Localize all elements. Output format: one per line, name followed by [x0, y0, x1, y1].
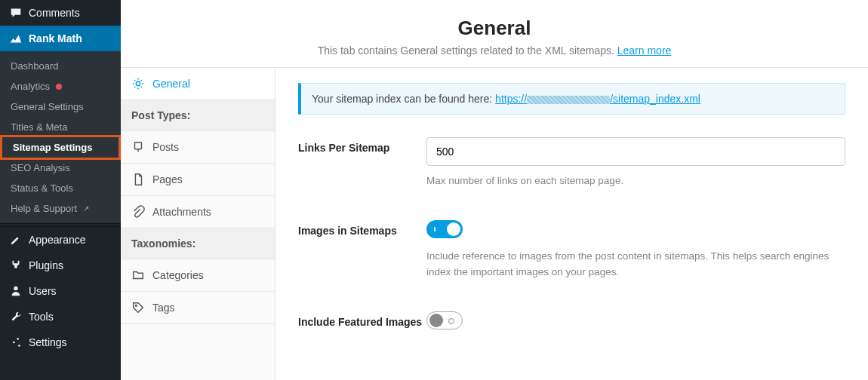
- submenu-label: Analytics: [11, 81, 50, 92]
- tab-label: General: [152, 78, 190, 90]
- links-per-sitemap-input[interactable]: [426, 137, 845, 166]
- submenu-general-settings[interactable]: General Settings: [0, 97, 121, 117]
- settings-form: Your sitemap index can be found here: ht…: [275, 68, 868, 380]
- page-title: General: [136, 17, 853, 40]
- submenu-titles-meta[interactable]: Titles & Meta: [0, 117, 121, 137]
- control-links-per-sitemap: Max number of links on each sitemap page…: [426, 137, 845, 188]
- content-wrap: General Post Types: Posts Pages Attachme…: [121, 68, 868, 380]
- images-in-sitemaps-toggle[interactable]: [426, 220, 463, 238]
- comment-icon: [9, 6, 23, 20]
- page-icon: [131, 173, 145, 186]
- plugin-icon: [9, 259, 23, 272]
- control-images-in-sitemaps: Include reference to images from the pos…: [426, 220, 845, 280]
- redacted-domain: [527, 96, 610, 104]
- url-scheme: https://: [495, 93, 527, 105]
- tab-label: Pages: [152, 173, 183, 185]
- group-taxonomies: Taxonomies:: [121, 228, 275, 259]
- menu-label: Appearance: [29, 234, 86, 246]
- row-include-featured: Include Featured Images: [298, 311, 845, 332]
- submenu-label: Help & Support: [11, 203, 77, 214]
- svg-point-3: [18, 345, 20, 347]
- rankmath-submenu: Dashboard Analytics General Settings Tit…: [0, 51, 121, 223]
- main-content: General This tab contains General settin…: [121, 0, 868, 380]
- settings-tabs: General Post Types: Posts Pages Attachme…: [121, 68, 275, 380]
- sliders-icon: [9, 336, 23, 349]
- svg-point-0: [14, 287, 17, 290]
- submenu-analytics[interactable]: Analytics: [0, 76, 121, 97]
- tab-label: Attachments: [152, 206, 211, 218]
- help-links-per-sitemap: Max number of links on each sitemap page…: [426, 173, 845, 188]
- menu-rankmath[interactable]: Rank Math: [0, 26, 121, 51]
- sitemap-notice: Your sitemap index can be found here: ht…: [298, 83, 845, 115]
- rankmath-icon: [9, 32, 23, 45]
- menu-label: Settings: [29, 336, 67, 348]
- gear-icon: [131, 77, 145, 90]
- notice-text: Your sitemap index can be found here:: [312, 93, 495, 105]
- label-include-featured: Include Featured Images: [298, 311, 426, 332]
- tab-general[interactable]: General: [121, 68, 275, 100]
- learn-more-link[interactable]: Learn more: [617, 44, 672, 57]
- menu-plugins[interactable]: Plugins: [0, 253, 121, 278]
- notification-dot-icon: [56, 84, 62, 90]
- menu-label: Comments: [29, 7, 80, 19]
- menu-comments[interactable]: Comments: [0, 0, 121, 26]
- brush-icon: [9, 233, 23, 247]
- menu-settings[interactable]: Settings: [0, 329, 121, 355]
- wrench-icon: [9, 310, 23, 323]
- menu-tools[interactable]: Tools: [0, 304, 121, 329]
- subtitle-text: This tab contains General settings relat…: [318, 44, 617, 57]
- wp-admin-sidebar: Comments Rank Math Dashboard Analytics G…: [0, 0, 121, 380]
- menu-label: Rank Math: [29, 32, 82, 44]
- help-images-in-sitemaps: Include reference to images from the pos…: [426, 249, 845, 280]
- submenu-help-support[interactable]: Help & Support ↗: [0, 198, 121, 219]
- group-post-types: Post Types:: [121, 100, 275, 131]
- tab-label: Posts: [152, 141, 179, 153]
- row-images-in-sitemaps: Images in Sitemaps Include reference to …: [298, 220, 845, 280]
- menu-label: Plugins: [29, 259, 63, 271]
- pin-icon: [131, 140, 145, 154]
- tab-label: Tags: [152, 302, 175, 314]
- page-subtitle: This tab contains General settings relat…: [136, 44, 853, 57]
- row-links-per-sitemap: Links Per Sitemap Max number of links on…: [298, 137, 845, 188]
- control-include-featured: [426, 311, 845, 332]
- tab-categories[interactable]: Categories: [121, 259, 275, 292]
- menu-users[interactable]: Users: [0, 278, 121, 304]
- svg-rect-5: [135, 142, 142, 149]
- attachment-icon: [131, 205, 145, 219]
- svg-point-6: [135, 305, 137, 306]
- submenu-dashboard[interactable]: Dashboard: [0, 56, 121, 76]
- external-link-icon: ↗: [83, 204, 89, 213]
- svg-point-1: [17, 338, 19, 340]
- submenu-status-tools[interactable]: Status & Tools: [0, 178, 121, 198]
- menu-appearance[interactable]: Appearance: [0, 227, 121, 253]
- submenu-sitemap-settings[interactable]: Sitemap Settings: [0, 135, 121, 160]
- folder-icon: [131, 268, 145, 282]
- label-images-in-sitemaps: Images in Sitemaps: [298, 220, 426, 280]
- page-header: General This tab contains General settin…: [121, 0, 868, 68]
- user-icon: [9, 284, 23, 298]
- svg-point-4: [136, 81, 140, 85]
- url-path: /sitemap_index.xml: [610, 93, 700, 105]
- tab-pages[interactable]: Pages: [121, 164, 275, 196]
- tag-icon: [131, 301, 145, 314]
- tab-attachments[interactable]: Attachments: [121, 196, 275, 228]
- tab-label: Categories: [152, 269, 204, 281]
- submenu-seo-analysis[interactable]: SEO Analysis: [0, 158, 121, 178]
- sitemap-url-link[interactable]: https:///sitemap_index.xml: [495, 93, 700, 105]
- tab-tags[interactable]: Tags: [121, 292, 275, 324]
- menu-label: Tools: [29, 311, 54, 323]
- svg-point-2: [13, 342, 15, 344]
- tab-posts[interactable]: Posts: [121, 131, 275, 164]
- label-links-per-sitemap: Links Per Sitemap: [298, 137, 426, 188]
- include-featured-toggle[interactable]: [426, 311, 463, 329]
- menu-label: Users: [29, 285, 57, 297]
